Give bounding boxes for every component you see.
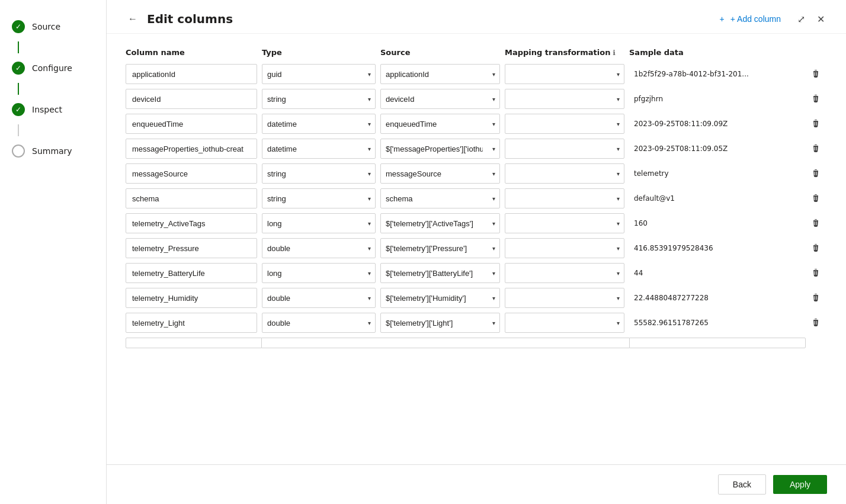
step-circle-summary — [12, 145, 25, 158]
trash-icon — [811, 219, 821, 228]
connector-3 — [18, 124, 19, 136]
type-select[interactable]: guidstringdatetimelongdoubleintegerboole… — [262, 114, 376, 134]
table-row: guidstringdatetimelongdoubleintegerboole… — [126, 114, 827, 134]
delete-row-button[interactable] — [806, 288, 826, 308]
table-row: guidstringdatetimelongdoubleintegerboole… — [126, 313, 827, 333]
column-name-input[interactable] — [126, 313, 257, 333]
type-select[interactable]: guidstringdatetimelongdoubleintegerboole… — [262, 139, 376, 159]
main-panel: ← Edit columns + + Add column ⤢ ✕ Column… — [107, 0, 846, 504]
sidebar-item-inspect[interactable]: ✓ Inspect — [0, 95, 106, 124]
delete-row-button[interactable] — [806, 238, 826, 258]
table-row: guidstringdatetimelongdoubleintegerboole… — [126, 213, 827, 233]
close-button[interactable]: ✕ — [815, 11, 827, 27]
back-arrow-icon: ← — [128, 14, 137, 24]
delete-row-button[interactable] — [806, 313, 826, 333]
delete-row-button[interactable] — [806, 213, 826, 233]
delete-row-button[interactable] — [806, 89, 826, 109]
footer: Back Apply — [107, 464, 846, 504]
type-select[interactable]: guidstringdatetimelongdoubleintegerboole… — [262, 188, 376, 208]
delete-row-button[interactable] — [806, 114, 826, 134]
delete-row-button[interactable] — [806, 64, 826, 84]
apply-button[interactable]: Apply — [773, 475, 827, 494]
mapping-select[interactable] — [505, 188, 624, 208]
trash-icon — [811, 293, 821, 303]
col-header-source: Source — [380, 48, 505, 57]
back-button[interactable]: Back — [718, 474, 766, 495]
header-actions: + + Add column ⤢ ✕ — [713, 11, 827, 27]
mapping-select-wrapper: ▾ — [505, 213, 624, 233]
type-select[interactable]: guidstringdatetimelongdoubleintegerboole… — [262, 313, 376, 333]
step-circle-source: ✓ — [12, 20, 25, 33]
type-select-wrapper: guidstringdatetimelongdoubleintegerboole… — [262, 188, 376, 208]
partial-row-hint — [126, 338, 827, 348]
sidebar: ✓ Source ✓ Configure ✓ Inspect Summary — [0, 0, 107, 504]
source-select-wrapper: $['telemetry']['Light']▾ — [380, 313, 500, 333]
type-select[interactable]: guidstringdatetimelongdoubleintegerboole… — [262, 163, 376, 184]
mapping-select[interactable] — [505, 263, 624, 283]
mapping-select[interactable] — [505, 213, 624, 233]
table-row: guidstringdatetimelongdoubleintegerboole… — [126, 64, 827, 84]
expand-button[interactable]: ⤢ — [795, 11, 807, 27]
mapping-select[interactable] — [505, 114, 624, 134]
delete-row-button[interactable] — [806, 263, 826, 283]
sample-data-cell: telemetry — [629, 169, 806, 178]
mapping-info-icon: ℹ — [613, 49, 616, 57]
sidebar-item-summary[interactable]: Summary — [0, 136, 106, 166]
type-select[interactable]: guidstringdatetimelongdoubleintegerboole… — [262, 238, 376, 258]
sidebar-item-configure[interactable]: ✓ Configure — [0, 53, 106, 83]
mapping-select-wrapper: ▾ — [505, 188, 624, 208]
delete-row-button[interactable] — [806, 188, 826, 208]
back-arrow-button[interactable]: ← — [126, 11, 140, 27]
column-name-input[interactable] — [126, 288, 257, 308]
source-select[interactable]: deviceId — [380, 89, 500, 109]
source-select[interactable]: $['telemetry']['Humidity'] — [380, 288, 500, 308]
source-select[interactable]: $['telemetry']['Pressure'] — [380, 238, 500, 258]
source-select[interactable]: applicationId — [380, 64, 500, 84]
mapping-select-wrapper: ▾ — [505, 139, 624, 159]
column-name-input[interactable] — [126, 213, 257, 233]
source-select[interactable]: schema — [380, 188, 500, 208]
delete-row-button[interactable] — [806, 163, 826, 184]
page-title: Edit columns — [147, 12, 233, 26]
add-column-button[interactable]: + + Add column — [713, 11, 788, 27]
column-name-input[interactable] — [126, 89, 257, 109]
source-select[interactable]: $['messageProperties']['iothu — [380, 139, 500, 159]
sample-data-cell: 160 — [629, 219, 806, 227]
column-name-input[interactable] — [126, 188, 257, 208]
trash-icon — [811, 119, 821, 129]
connector-2 — [18, 83, 19, 95]
header: ← Edit columns + + Add column ⤢ ✕ — [107, 0, 846, 34]
source-select[interactable]: $['telemetry']['BatteryLife'] — [380, 263, 500, 283]
type-select[interactable]: guidstringdatetimelongdoubleintegerboole… — [262, 213, 376, 233]
rows-container: guidstringdatetimelongdoubleintegerboole… — [126, 64, 827, 333]
column-name-input[interactable] — [126, 114, 257, 134]
source-select-wrapper: $['messageProperties']['iothu▾ — [380, 139, 500, 159]
sample-data-cell: 55582.96151787265 — [629, 319, 806, 327]
source-select[interactable]: enqueuedTime — [380, 114, 500, 134]
mapping-select[interactable] — [505, 313, 624, 333]
mapping-select-wrapper: ▾ — [505, 114, 624, 134]
column-name-input[interactable] — [126, 163, 257, 184]
source-select[interactable]: $['telemetry']['Light'] — [380, 313, 500, 333]
delete-row-button[interactable] — [806, 139, 826, 159]
source-select[interactable]: messageSource — [380, 163, 500, 184]
add-column-label: + Add column — [730, 14, 781, 24]
column-name-input[interactable] — [126, 64, 257, 84]
mapping-select[interactable] — [505, 238, 624, 258]
column-name-input[interactable] — [126, 263, 257, 283]
mapping-select[interactable] — [505, 163, 624, 184]
mapping-select[interactable] — [505, 64, 624, 84]
sidebar-item-source[interactable]: ✓ Source — [0, 12, 106, 41]
mapping-select[interactable] — [505, 139, 624, 159]
type-select[interactable]: guidstringdatetimelongdoubleintegerboole… — [262, 263, 376, 283]
source-select[interactable]: $['telemetry']['ActiveTags'] — [380, 213, 500, 233]
column-name-input[interactable] — [126, 238, 257, 258]
type-select[interactable]: guidstringdatetimelongdoubleintegerboole… — [262, 64, 376, 84]
type-select-wrapper: guidstringdatetimelongdoubleintegerboole… — [262, 89, 376, 109]
column-name-input[interactable] — [126, 139, 257, 159]
mapping-select[interactable] — [505, 288, 624, 308]
type-select[interactable]: guidstringdatetimelongdoubleintegerboole… — [262, 288, 376, 308]
sample-data-cell: 2023-09-25T08:11:09.05Z — [629, 145, 806, 153]
type-select[interactable]: guidstringdatetimelongdoubleintegerboole… — [262, 89, 376, 109]
mapping-select[interactable] — [505, 89, 624, 109]
